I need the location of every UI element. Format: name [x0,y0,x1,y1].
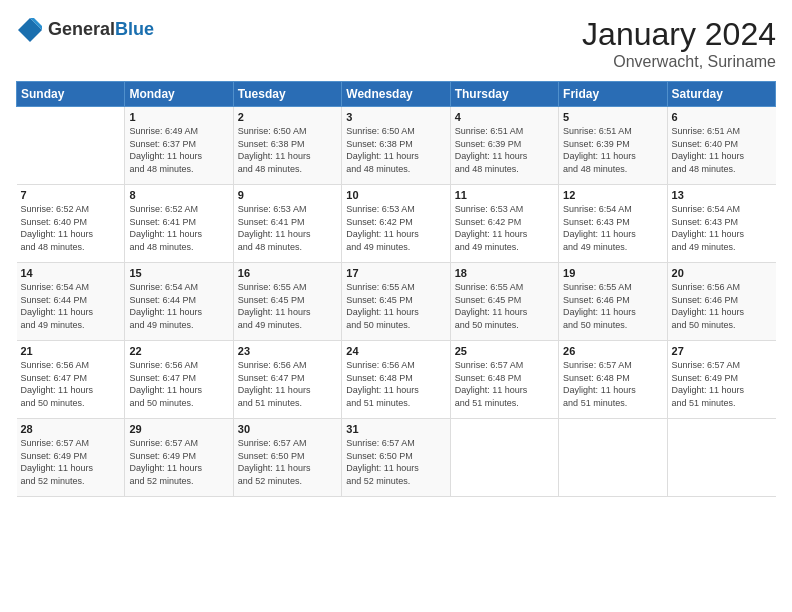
day-info: Sunrise: 6:57 AM Sunset: 6:48 PM Dayligh… [563,359,662,409]
day-info: Sunrise: 6:51 AM Sunset: 6:39 PM Dayligh… [563,125,662,175]
calendar-cell: 17Sunrise: 6:55 AM Sunset: 6:45 PM Dayli… [342,263,450,341]
day-info: Sunrise: 6:53 AM Sunset: 6:41 PM Dayligh… [238,203,337,253]
day-number: 1 [129,111,228,123]
day-info: Sunrise: 6:49 AM Sunset: 6:37 PM Dayligh… [129,125,228,175]
day-number: 26 [563,345,662,357]
column-header-monday: Monday [125,82,233,107]
column-header-tuesday: Tuesday [233,82,341,107]
title-block: January 2024 Onverwacht, Suriname [582,16,776,71]
day-info: Sunrise: 6:54 AM Sunset: 6:44 PM Dayligh… [129,281,228,331]
day-info: Sunrise: 6:55 AM Sunset: 6:45 PM Dayligh… [346,281,445,331]
day-number: 19 [563,267,662,279]
column-header-thursday: Thursday [450,82,558,107]
calendar-cell: 31Sunrise: 6:57 AM Sunset: 6:50 PM Dayli… [342,419,450,497]
page: General Blue January 2024 Onverwacht, Su… [0,0,792,612]
day-info: Sunrise: 6:50 AM Sunset: 6:38 PM Dayligh… [346,125,445,175]
calendar-cell: 14Sunrise: 6:54 AM Sunset: 6:44 PM Dayli… [17,263,125,341]
day-number: 13 [672,189,772,201]
day-number: 12 [563,189,662,201]
day-number: 8 [129,189,228,201]
day-info: Sunrise: 6:54 AM Sunset: 6:44 PM Dayligh… [21,281,121,331]
day-info: Sunrise: 6:56 AM Sunset: 6:48 PM Dayligh… [346,359,445,409]
calendar-cell: 18Sunrise: 6:55 AM Sunset: 6:45 PM Dayli… [450,263,558,341]
day-number: 27 [672,345,772,357]
calendar-cell: 21Sunrise: 6:56 AM Sunset: 6:47 PM Dayli… [17,341,125,419]
logo: General Blue [16,16,154,44]
day-info: Sunrise: 6:53 AM Sunset: 6:42 PM Dayligh… [346,203,445,253]
calendar-cell: 23Sunrise: 6:56 AM Sunset: 6:47 PM Dayli… [233,341,341,419]
column-header-saturday: Saturday [667,82,775,107]
day-number: 9 [238,189,337,201]
day-number: 30 [238,423,337,435]
week-row-4: 21Sunrise: 6:56 AM Sunset: 6:47 PM Dayli… [17,341,776,419]
day-info: Sunrise: 6:56 AM Sunset: 6:47 PM Dayligh… [21,359,121,409]
header-row: SundayMondayTuesdayWednesdayThursdayFrid… [17,82,776,107]
day-info: Sunrise: 6:57 AM Sunset: 6:49 PM Dayligh… [672,359,772,409]
day-number: 18 [455,267,554,279]
calendar-cell: 26Sunrise: 6:57 AM Sunset: 6:48 PM Dayli… [559,341,667,419]
day-number: 29 [129,423,228,435]
calendar-cell: 5Sunrise: 6:51 AM Sunset: 6:39 PM Daylig… [559,107,667,185]
day-info: Sunrise: 6:54 AM Sunset: 6:43 PM Dayligh… [672,203,772,253]
calendar-cell: 2Sunrise: 6:50 AM Sunset: 6:38 PM Daylig… [233,107,341,185]
calendar-cell: 10Sunrise: 6:53 AM Sunset: 6:42 PM Dayli… [342,185,450,263]
day-info: Sunrise: 6:57 AM Sunset: 6:48 PM Dayligh… [455,359,554,409]
day-info: Sunrise: 6:52 AM Sunset: 6:41 PM Dayligh… [129,203,228,253]
day-info: Sunrise: 6:57 AM Sunset: 6:50 PM Dayligh… [238,437,337,487]
day-info: Sunrise: 6:51 AM Sunset: 6:40 PM Dayligh… [672,125,772,175]
calendar-table: SundayMondayTuesdayWednesdayThursdayFrid… [16,81,776,497]
day-number: 14 [21,267,121,279]
day-number: 6 [672,111,772,123]
logo-general: General [48,20,115,40]
day-info: Sunrise: 6:56 AM Sunset: 6:47 PM Dayligh… [129,359,228,409]
calendar-cell: 19Sunrise: 6:55 AM Sunset: 6:46 PM Dayli… [559,263,667,341]
day-number: 4 [455,111,554,123]
logo-icon [16,16,44,44]
day-number: 21 [21,345,121,357]
day-number: 7 [21,189,121,201]
calendar-cell: 20Sunrise: 6:56 AM Sunset: 6:46 PM Dayli… [667,263,775,341]
calendar-cell: 9Sunrise: 6:53 AM Sunset: 6:41 PM Daylig… [233,185,341,263]
week-row-2: 7Sunrise: 6:52 AM Sunset: 6:40 PM Daylig… [17,185,776,263]
logo-blue: Blue [115,20,154,40]
calendar-subtitle: Onverwacht, Suriname [582,53,776,71]
calendar-cell: 28Sunrise: 6:57 AM Sunset: 6:49 PM Dayli… [17,419,125,497]
calendar-cell: 3Sunrise: 6:50 AM Sunset: 6:38 PM Daylig… [342,107,450,185]
calendar-cell: 27Sunrise: 6:57 AM Sunset: 6:49 PM Dayli… [667,341,775,419]
day-info: Sunrise: 6:50 AM Sunset: 6:38 PM Dayligh… [238,125,337,175]
column-header-sunday: Sunday [17,82,125,107]
calendar-cell: 29Sunrise: 6:57 AM Sunset: 6:49 PM Dayli… [125,419,233,497]
calendar-cell [17,107,125,185]
calendar-cell [667,419,775,497]
calendar-cell: 24Sunrise: 6:56 AM Sunset: 6:48 PM Dayli… [342,341,450,419]
calendar-cell: 8Sunrise: 6:52 AM Sunset: 6:41 PM Daylig… [125,185,233,263]
day-number: 15 [129,267,228,279]
calendar-cell: 13Sunrise: 6:54 AM Sunset: 6:43 PM Dayli… [667,185,775,263]
day-number: 5 [563,111,662,123]
day-number: 25 [455,345,554,357]
day-number: 23 [238,345,337,357]
day-info: Sunrise: 6:56 AM Sunset: 6:47 PM Dayligh… [238,359,337,409]
day-number: 28 [21,423,121,435]
week-row-1: 1Sunrise: 6:49 AM Sunset: 6:37 PM Daylig… [17,107,776,185]
week-row-3: 14Sunrise: 6:54 AM Sunset: 6:44 PM Dayli… [17,263,776,341]
calendar-cell: 7Sunrise: 6:52 AM Sunset: 6:40 PM Daylig… [17,185,125,263]
day-number: 31 [346,423,445,435]
calendar-cell: 1Sunrise: 6:49 AM Sunset: 6:37 PM Daylig… [125,107,233,185]
calendar-cell: 30Sunrise: 6:57 AM Sunset: 6:50 PM Dayli… [233,419,341,497]
calendar-cell: 22Sunrise: 6:56 AM Sunset: 6:47 PM Dayli… [125,341,233,419]
day-info: Sunrise: 6:57 AM Sunset: 6:49 PM Dayligh… [21,437,121,487]
svg-marker-0 [18,18,42,42]
calendar-cell: 25Sunrise: 6:57 AM Sunset: 6:48 PM Dayli… [450,341,558,419]
day-info: Sunrise: 6:55 AM Sunset: 6:45 PM Dayligh… [238,281,337,331]
calendar-cell [559,419,667,497]
calendar-cell: 4Sunrise: 6:51 AM Sunset: 6:39 PM Daylig… [450,107,558,185]
day-info: Sunrise: 6:57 AM Sunset: 6:49 PM Dayligh… [129,437,228,487]
day-info: Sunrise: 6:55 AM Sunset: 6:45 PM Dayligh… [455,281,554,331]
day-number: 2 [238,111,337,123]
day-info: Sunrise: 6:55 AM Sunset: 6:46 PM Dayligh… [563,281,662,331]
column-header-wednesday: Wednesday [342,82,450,107]
day-number: 20 [672,267,772,279]
day-number: 11 [455,189,554,201]
column-header-friday: Friday [559,82,667,107]
